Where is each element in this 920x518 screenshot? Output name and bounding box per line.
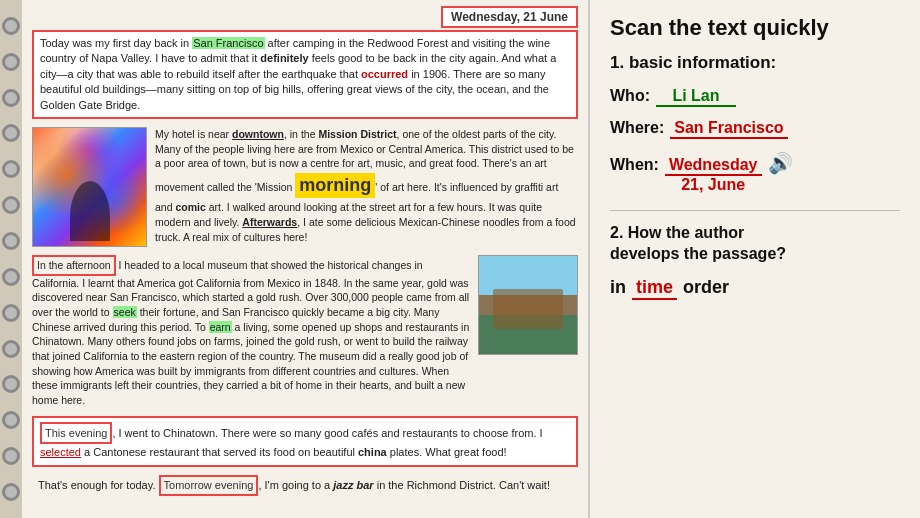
spiral-ring — [2, 17, 20, 35]
speaker-icon[interactable]: 🔊 — [768, 151, 793, 175]
spiral-ring — [2, 340, 20, 358]
this-evening-box: This evening — [40, 422, 112, 445]
in-afternoon-box: In the afternoon — [32, 255, 116, 276]
when-row: When: Wednesday 21, June 🔊 — [610, 151, 900, 194]
who-row: Who: Li Lan — [610, 87, 900, 107]
museum-image — [478, 255, 578, 355]
top-paragraph: Today was my first day back in San Franc… — [32, 30, 578, 119]
date-header: Wednesday, 21 June — [441, 6, 578, 28]
spiral-ring — [2, 447, 20, 465]
occurred-highlight: occurred — [361, 68, 408, 80]
where-value: San Francisco — [670, 119, 787, 139]
museum-paragraph: In the afternoon I headed to a local mus… — [32, 255, 470, 408]
morning-highlight: morning — [295, 173, 375, 198]
who-value: Li Lan — [656, 87, 736, 107]
seek-highlight: seek — [113, 306, 137, 318]
spiral-ring — [2, 160, 20, 178]
when-value-block: Wednesday 21, June — [665, 156, 762, 194]
selected-underline: selected — [40, 446, 81, 458]
spiral-ring — [2, 196, 20, 214]
time-order-prefix: in — [610, 277, 626, 298]
section2-text: 2. How the author develops the passage? — [610, 224, 786, 262]
china-bold: china — [358, 446, 387, 458]
who-label: Who: — [610, 87, 650, 105]
jazz-bar-bold: jazz bar — [333, 479, 373, 491]
spiral-ring — [2, 375, 20, 393]
spiral-ring — [2, 53, 20, 71]
notebook: Wednesday, 21 June Today was my first da… — [0, 0, 590, 518]
tomorrow-evening-box: Tomorrow evening — [159, 475, 259, 496]
comic-bold: comic — [175, 201, 205, 213]
when-label: When: — [610, 156, 659, 174]
when-line1: Wednesday — [665, 156, 762, 176]
middle-section: My hotel is near downtown, in the Missio… — [32, 127, 578, 247]
scan-title: Scan the text quickly — [610, 15, 900, 41]
afterwards-underline: Afterwards — [242, 216, 297, 228]
spiral-ring — [2, 411, 20, 429]
middle-paragraph: My hotel is near downtown, in the Missio… — [155, 127, 578, 247]
street-art-image — [32, 127, 147, 247]
spiral-ring — [2, 124, 20, 142]
when-line2: 21, June — [681, 176, 745, 194]
spiral-ring — [2, 483, 20, 501]
spiral-ring — [2, 89, 20, 107]
evening-section: This evening, I went to Chinatown. There… — [32, 416, 578, 467]
time-order-suffix: order — [683, 277, 729, 298]
earn-highlight: earn — [209, 321, 232, 333]
time-order-row: in time order — [610, 277, 900, 300]
spiral-binding — [0, 0, 22, 518]
notebook-content: Wednesday, 21 June Today was my first da… — [22, 0, 588, 518]
spiral-ring — [2, 304, 20, 322]
person-silhouette — [70, 181, 110, 241]
section1-label: 1. basic information: — [610, 53, 900, 73]
speaker-row: 🔊 — [768, 151, 793, 175]
downtown-bold: downtown — [232, 128, 284, 140]
tomorrow-line: That's enough for today. Tomorrow evenin… — [32, 473, 578, 498]
museum-section: In the afternoon I headed to a local mus… — [32, 255, 578, 408]
section2-label: 2. How the author develops the passage? — [610, 223, 900, 265]
spiral-ring — [2, 268, 20, 286]
right-panel: Scan the text quickly 1. basic informati… — [590, 0, 920, 518]
mission-district-bold: Mission District — [318, 128, 396, 140]
where-row: Where: San Francisco — [610, 119, 900, 139]
divider — [610, 210, 900, 211]
time-word: time — [632, 277, 677, 300]
spiral-ring — [2, 232, 20, 250]
definitely-bold: definitely — [260, 52, 308, 64]
san-francisco-highlight: San Francisco — [192, 37, 264, 49]
where-label: Where: — [610, 119, 664, 137]
